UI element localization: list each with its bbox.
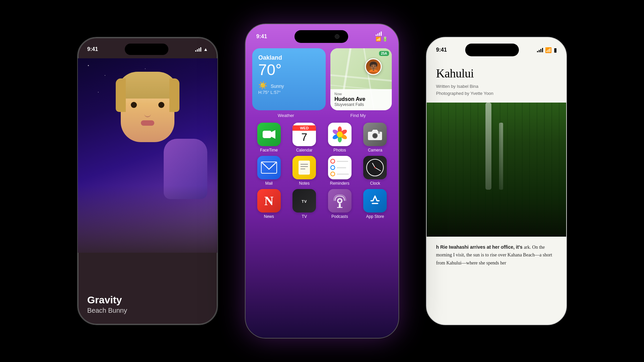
signal-bar-r2 [539,50,540,52]
tree-texture [427,103,566,237]
calendar-icon: WED 7 [292,123,316,146]
now-playing: Gravity Beach Bunny [78,288,217,324]
rem-row-3 [330,172,349,176]
battery-icon-right: ▮ [554,47,557,53]
rem-row-2 [330,165,349,170]
notes-label: Notes [299,181,310,186]
phone-left: 9:41 ▲ [77,37,218,325]
svg-line-2 [330,75,392,82]
calendar-day: 7 [301,131,307,143]
signal-bar-c4 [381,32,382,36]
clock-label: Clock [370,181,380,186]
weather-temp: 70° [258,61,320,78]
calendar-header: WED [292,125,316,131]
app-mail[interactable]: Mail [254,156,284,186]
app-clock[interactable]: Clock [360,156,391,186]
tv-inner: TV [302,198,307,203]
rem-dot-orange [330,172,335,176]
news-letter: N [264,193,273,208]
findmy-now-label: Now [334,92,388,96]
phone-center: 9:41 📶 🔋 Oakland 70° [245,23,399,339]
app-notes[interactable]: Notes [289,156,320,186]
signal-bars-right [537,48,543,52]
phone-right: 9:41 📶 ▮ Kahului Written by Isabel Bina … [426,37,567,325]
findmy-street: Hudson Ave [334,96,388,102]
app-podcasts[interactable]: Podcasts [324,189,355,219]
svg-rect-5 [263,131,271,138]
signal-bar-c3 [379,33,380,36]
article-body-text: h Rie Iwahashi arrives at her office, it… [436,244,524,250]
app-tv[interactable]: TV TV [289,189,320,219]
appstore-icon [363,189,387,213]
podcasts-icon [328,189,352,213]
article-written-by: Written by Isabel Bina Photographed by Y… [436,83,557,97]
weather-city: Oakland [258,54,320,61]
tv-text: TV [302,199,307,203]
signal-bar-2 [197,49,198,52]
rem-line-1 [337,161,348,162]
signal-bar-1 [195,50,196,52]
status-bar-right: 9:41 📶 ▮ [427,38,566,56]
route-badge: 25A [379,51,389,56]
reminders-label: Reminders [330,181,350,186]
appstore-svg [368,193,382,208]
clock-face [366,159,384,176]
weather-widget[interactable]: Oakland 70° ☀️ Sunny H:75° L:57° [252,48,326,110]
svg-rect-27 [339,203,341,207]
home-content: Oakland 70° ☀️ Sunny H:75° L:57° [246,43,398,224]
photos-icon [328,123,352,146]
svg-rect-21 [299,161,310,175]
time-left: 9:41 [87,46,98,52]
app-photos[interactable]: Photos [324,123,355,153]
apps-grid: FaceTime WED 7 Calendar [252,123,392,219]
app-reminders[interactable]: Reminders [324,156,355,186]
news-label: News [264,214,274,219]
time-center: 9:41 [256,34,267,40]
rem-dot-red [330,159,335,164]
camera-svg [368,128,382,140]
weather-condition: ☀️ Sunny [258,81,320,90]
reminders-content [328,156,352,179]
clock-icon [363,156,387,179]
status-icons-right: 📶 ▮ [537,47,557,53]
appstore-label: App Store [366,214,384,219]
article-body: h Rie Iwahashi arrives at her office, it… [436,243,557,267]
findmy-widget[interactable]: 🧑🏾‍🦱 25A Now Hudson Ave Stuyvesant Falls [330,48,392,110]
dynamic-island-center [294,30,348,43]
podcasts-label: Podcasts [331,214,348,219]
signal-bar-c1 [376,35,377,36]
svg-point-16 [373,134,377,138]
phones-container: 9:41 ▲ [0,0,644,362]
article-title: Kahului [436,66,557,80]
mail-svg [261,161,277,174]
news-icon: N [257,189,281,213]
rem-line-2 [337,167,346,168]
app-appstore[interactable]: App Store [360,189,391,219]
podcasts-svg [332,193,347,208]
app-calendar[interactable]: WED 7 Calendar [289,123,320,153]
artwork-overlay [78,186,217,253]
reminders-icon [328,156,352,179]
widget-labels: Weather Find My [252,113,392,118]
notes-icon [292,156,316,179]
calendar-label: Calendar [296,148,313,153]
dynamic-island-left [125,44,168,55]
svg-marker-6 [271,130,275,139]
notes-svg [296,159,313,176]
dynamic-island-right [465,44,519,56]
app-news[interactable]: N News [254,189,284,219]
app-facetime[interactable]: FaceTime [254,123,284,153]
photos-svg [331,126,348,143]
app-camera[interactable]: Camera [360,123,391,153]
findmy-label: Find My [324,113,392,118]
status-icons-center: 📶 🔋 [376,31,388,42]
signal-bar-r3 [540,49,541,52]
wifi-icon-left: ▲ [203,47,208,52]
status-icons-left: ▲ [195,47,208,52]
signal-bar-3 [199,48,200,52]
facetime-label: FaceTime [260,148,278,153]
tv-label: TV [302,214,307,219]
svg-point-26 [338,199,341,202]
artist-name: Beach Bunny [87,307,208,314]
svg-point-17 [378,132,380,134]
